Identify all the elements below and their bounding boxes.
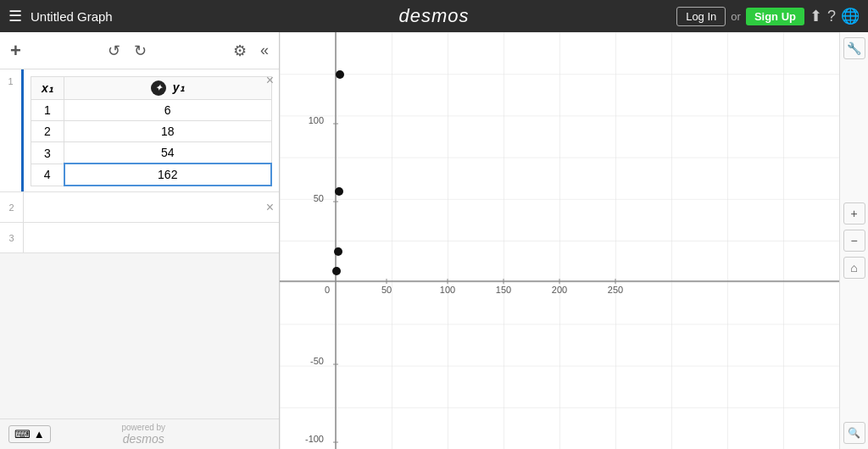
help-icon[interactable]: ? — [827, 8, 836, 25]
or-label: or — [731, 10, 741, 23]
svg-point-25 — [336, 70, 344, 79]
table-expression: x₁ ✦ y₁ 162183544 — [24, 69, 279, 191]
left-panel-bottom: ⌨ ▲ powered by desmos — [0, 419, 279, 449]
menu-icon[interactable]: ☰ — [8, 7, 22, 25]
table-cell-x-2: 2 — [31, 121, 64, 142]
svg-point-24 — [335, 187, 343, 196]
expression-number-3: 3 — [0, 223, 24, 252]
powered-by-label: powered by desmos — [121, 423, 165, 446]
svg-rect-0 — [280, 32, 839, 449]
signup-button[interactable]: Sign Up — [746, 8, 804, 25]
graph-canvas: 50 100 150 200 250 0 50 100 -50 -100 — [280, 32, 839, 449]
color-dot-icon[interactable]: ✦ — [151, 80, 166, 96]
keyboard-expand-icon: ▲ — [34, 428, 45, 441]
expression-item-3: 3 — [0, 223, 279, 253]
settings-button[interactable]: ⚙ — [230, 38, 250, 64]
app-title: Untitled Graph — [31, 9, 668, 24]
table-row: 4 — [31, 164, 272, 186]
svg-text:100: 100 — [309, 115, 324, 125]
col1-header: x₁ — [31, 77, 64, 100]
table-cell-x-4: 4 — [31, 164, 64, 186]
table-cell-y-2: 18 — [64, 121, 272, 142]
expression-number-2: 2 — [0, 192, 24, 222]
share-icon[interactable]: ⬆ — [810, 7, 822, 25]
expression-item-2: 2 × — [0, 192, 279, 223]
left-panel: + ↺ ↻ ⚙ « 1 — [0, 32, 280, 449]
svg-text:-100: -100 — [305, 434, 324, 444]
table-input-y-4[interactable] — [72, 168, 264, 181]
expression-item-1: 1 x₁ ✦ y₁ — [0, 69, 279, 192]
main-layout: + ↺ ↻ ⚙ « 1 — [0, 32, 868, 449]
close-table-button[interactable]: × — [266, 73, 274, 88]
svg-text:-50: -50 — [310, 356, 324, 366]
home-button[interactable]: ⌂ — [843, 257, 865, 279]
svg-text:0: 0 — [325, 285, 330, 295]
topbar: ☰ Untitled Graph desmos Log In or Sign U… — [0, 0, 868, 32]
zoom-out-button[interactable]: − — [843, 230, 865, 252]
graph-area[interactable]: 50 100 150 200 250 0 50 100 -50 -100 — [280, 32, 839, 449]
login-button[interactable]: Log In — [676, 7, 726, 26]
table-cell-x-3: 3 — [31, 142, 64, 164]
table-row: 354 — [31, 142, 272, 164]
desmos-logo: desmos — [398, 5, 469, 27]
col2-header: ✦ y₁ — [64, 77, 272, 100]
globe-icon[interactable]: 🌐 — [841, 7, 860, 25]
table-row: 218 — [31, 121, 272, 142]
svg-text:250: 250 — [608, 285, 623, 295]
right-sidebar: 🔧 + − ⌂ 🔍 — [839, 32, 868, 449]
zoom-in-button[interactable]: + — [843, 202, 865, 224]
svg-text:100: 100 — [440, 285, 455, 295]
svg-point-23 — [334, 247, 342, 256]
keyboard-icon: ⌨ — [14, 428, 31, 441]
undo-button[interactable]: ↺ — [104, 38, 124, 64]
svg-text:50: 50 — [314, 193, 324, 203]
svg-text:50: 50 — [381, 285, 392, 295]
table-cell-x-1: 1 — [31, 100, 64, 121]
expression-number-1: 1 — [0, 69, 24, 191]
wrench-button[interactable]: 🔧 — [843, 37, 865, 59]
expression-list: 1 x₁ ✦ y₁ — [0, 69, 279, 419]
svg-text:150: 150 — [496, 285, 511, 295]
nav-buttons: Log In or Sign Up ⬆ ? 🌐 — [676, 7, 860, 26]
svg-point-22 — [332, 267, 341, 275]
redo-button[interactable]: ↻ — [131, 38, 150, 64]
close-expr2-button[interactable]: × — [266, 200, 274, 215]
keyboard-button[interactable]: ⌨ ▲ — [8, 425, 51, 443]
table-row: 16 — [31, 100, 272, 121]
svg-text:200: 200 — [552, 285, 567, 295]
collapse-button[interactable]: « — [257, 38, 272, 63]
expression-toolbar: + ↺ ↻ ⚙ « — [0, 32, 279, 69]
search-zoom-button[interactable]: 🔍 — [843, 422, 865, 444]
table-cell-y-3: 54 — [64, 142, 272, 164]
table-cell-y-1: 6 — [64, 100, 272, 121]
add-expression-button[interactable]: + — [7, 36, 25, 65]
data-table: x₁ ✦ y₁ 162183544 — [31, 76, 272, 186]
